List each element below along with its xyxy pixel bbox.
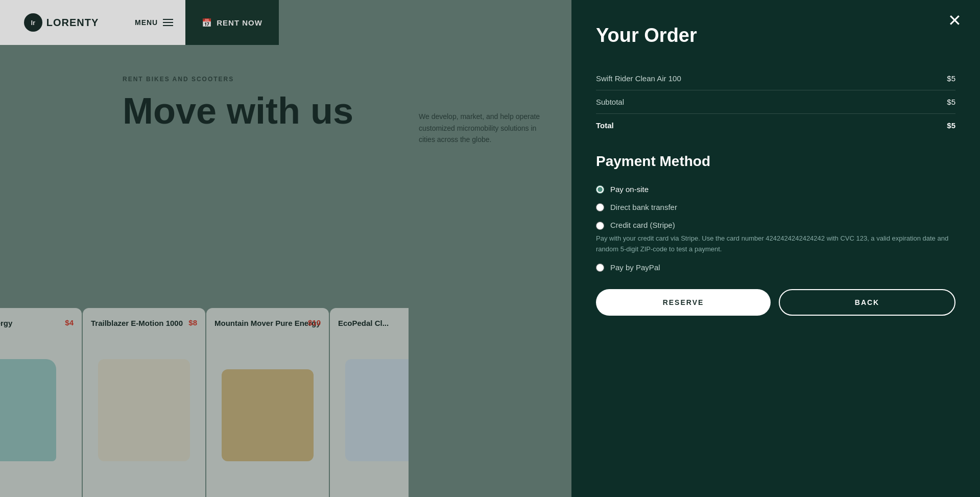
order-item-row: Swift Rider Clean Air 100 $5: [596, 67, 955, 90]
product-card-3[interactable]: EcoPedal Cl...: [330, 308, 409, 497]
product-name-2: Mountain Mover Pure Energy: [214, 319, 321, 327]
logo-icon: lr: [24, 13, 42, 32]
calendar-icon: 📅: [202, 18, 212, 28]
panel-title: Your Order: [596, 25, 955, 46]
radio-paypal[interactable]: [596, 264, 604, 272]
logo-area: lr LORENTY: [0, 0, 123, 45]
product-name-0: Pure Energy: [0, 319, 12, 327]
rent-now-button[interactable]: 📅 RENT NOW: [185, 0, 279, 45]
product-name-1: Trailblazer E-Motion 1000: [91, 319, 183, 327]
label-paypal[interactable]: Pay by PayPal: [610, 262, 660, 273]
total-label: Total: [596, 114, 923, 137]
logo-initials: lr: [31, 19, 35, 27]
product-name-3: EcoPedal Cl...: [338, 319, 389, 327]
radio-direct-bank[interactable]: [596, 203, 604, 211]
hamburger-icon: [163, 19, 173, 26]
payment-option-onsite: Pay on-site: [596, 184, 955, 195]
total-value: $5: [923, 114, 955, 137]
subtotal-label: Subtotal: [596, 90, 923, 114]
order-item-price: $5: [923, 67, 955, 90]
products-row: Pure Energy $4 Trailblazer E-Motion 1000…: [0, 293, 409, 497]
stripe-description: Pay with your credit card via Stripe. Us…: [596, 233, 955, 255]
menu-button[interactable]: MENU: [123, 0, 185, 45]
hero-description: We develop, market, and help operate cus…: [419, 111, 541, 145]
product-image-3: [338, 328, 409, 461]
label-direct-bank[interactable]: Direct bank transfer: [610, 202, 677, 212]
product-price-1: $8: [188, 318, 197, 327]
rent-now-label: RENT NOW: [217, 18, 262, 27]
product-price-2: $10: [308, 318, 321, 327]
label-pay-onsite[interactable]: Pay on-site: [610, 184, 649, 195]
label-credit-card[interactable]: Credit card (Stripe): [610, 220, 675, 230]
subtotal-value: $5: [923, 90, 955, 114]
product-card-1[interactable]: Trailblazer E-Motion 1000 $8: [83, 308, 205, 497]
product-image-1: [91, 328, 197, 461]
product-card-2[interactable]: Mountain Mover Pure Energy $10: [206, 308, 329, 497]
order-panel: ✕ Your Order Swift Rider Clean Air 100 $…: [571, 0, 980, 497]
payment-option-paypal: Pay by PayPal: [596, 262, 955, 273]
payment-title: Payment Method: [596, 153, 955, 170]
action-buttons: RESERVE BACK: [596, 289, 955, 316]
product-image-2: [214, 328, 321, 461]
order-table: Swift Rider Clean Air 100 $5 Subtotal $5…: [596, 67, 955, 137]
menu-label: MENU: [135, 18, 158, 27]
close-button[interactable]: ✕: [948, 12, 962, 29]
reserve-button[interactable]: RESERVE: [596, 289, 771, 316]
radio-credit-card[interactable]: [596, 222, 604, 230]
subtotal-row: Subtotal $5: [596, 90, 955, 114]
payment-options: Pay on-site Direct bank transfer Credit …: [596, 184, 955, 273]
radio-pay-onsite[interactable]: [596, 185, 604, 194]
total-row: Total $5: [596, 114, 955, 137]
product-card-0[interactable]: Pure Energy $4: [0, 308, 82, 497]
back-button[interactable]: BACK: [779, 289, 955, 316]
product-image-0: [0, 328, 74, 461]
payment-option-stripe: Credit card (Stripe) Pay with your credi…: [596, 220, 955, 255]
logo-text: LORENTY: [46, 17, 99, 29]
payment-option-bank: Direct bank transfer: [596, 202, 955, 212]
order-item-name: Swift Rider Clean Air 100: [596, 67, 923, 90]
product-price-0: $4: [65, 318, 74, 327]
